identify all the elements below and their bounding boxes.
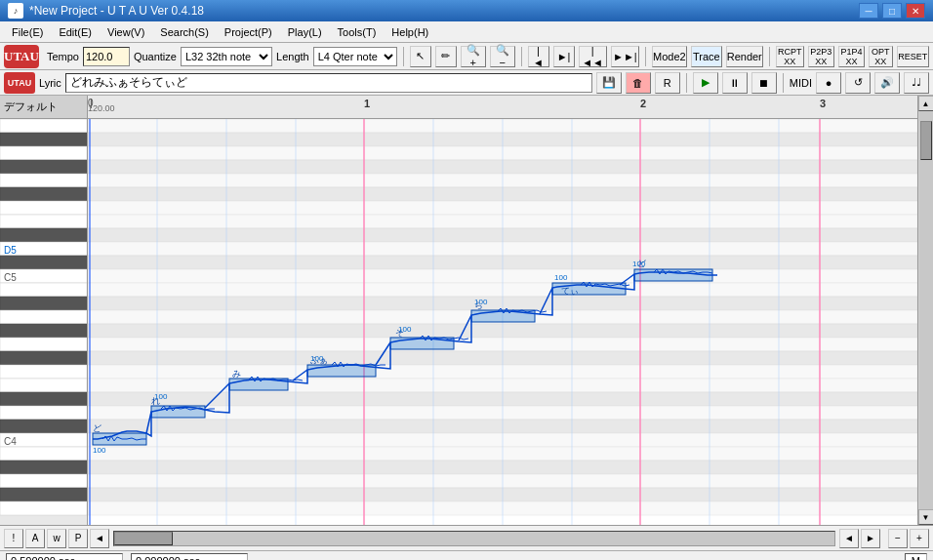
svg-rect-12: [0, 256, 87, 269]
svg-rect-18: [0, 324, 87, 338]
svg-rect-20: [0, 351, 87, 365]
close-button[interactable]: ✕: [906, 3, 925, 19]
grid-container: | 0 120.00 1 2 3: [88, 96, 917, 525]
svg-text:100: 100: [474, 298, 488, 306]
rcpt-button[interactable]: RCPTXX: [776, 46, 804, 67]
cursor-tool[interactable]: ↖: [410, 46, 431, 67]
utau-logo: UTAU: [4, 45, 39, 68]
status-bar: 0.500000 sec 0.000000 sec M: [0, 550, 933, 560]
midi-label: MIDI: [790, 77, 812, 89]
trace-button[interactable]: Trace: [691, 46, 722, 67]
maximize-button[interactable]: □: [882, 3, 902, 19]
svg-rect-3: [0, 146, 87, 160]
bottom-exclaim-button[interactable]: !: [4, 529, 23, 548]
menu-search[interactable]: Search(S): [152, 22, 217, 42]
beat3-label: 3: [820, 98, 826, 109]
prev-button[interactable]: |◄◄: [579, 46, 607, 67]
stop-button[interactable]: ⏹: [751, 72, 777, 94]
svg-text:み: み: [232, 369, 241, 379]
svg-text:100: 100: [93, 446, 106, 455]
menu-edit[interactable]: Edit(E): [51, 22, 100, 42]
svg-rect-28: [0, 447, 87, 460]
horizontal-scrollbar[interactable]: [113, 531, 835, 546]
zoom-out-tool[interactable]: 🔍−: [490, 46, 515, 67]
lyric-sep2: [783, 73, 784, 93]
midi-loop-button[interactable]: ↺: [845, 72, 871, 94]
svg-rect-8: [0, 215, 87, 228]
pause-button[interactable]: ⏸: [722, 72, 748, 94]
tempo-marker: 120.00: [88, 103, 115, 113]
forward-button[interactable]: ►|: [553, 46, 575, 67]
svg-rect-9: [0, 228, 87, 242]
mode2-button[interactable]: Mode2: [652, 46, 687, 67]
svg-text:100: 100: [154, 392, 168, 401]
hscroll-left-button[interactable]: ◄: [839, 529, 859, 548]
status-m: M: [905, 553, 927, 561]
menubar: File(E) Edit(E) View(V) Search(S) Projec…: [0, 21, 933, 43]
hscroll-thumb[interactable]: [114, 532, 173, 545]
svg-rect-15: [0, 283, 87, 297]
length-select[interactable]: L4 Qter note: [313, 47, 397, 66]
svg-text:ど: ど: [93, 423, 101, 433]
beat2-label: 2: [640, 98, 646, 109]
beat1-label: 1: [364, 98, 370, 109]
menu-tools[interactable]: Tools(T): [330, 22, 385, 42]
bottom-w-button[interactable]: w: [47, 529, 66, 548]
midi-speaker-button[interactable]: 🔊: [874, 72, 900, 94]
svg-text:D5: D5: [4, 245, 17, 256]
svg-rect-19: [0, 338, 87, 351]
bottom-p-button[interactable]: P: [68, 529, 88, 548]
midi-rec-button[interactable]: ●: [816, 72, 841, 94]
midi-tempo-button[interactable]: ♩♩: [904, 72, 929, 94]
scroll-track[interactable]: [919, 111, 933, 509]
menu-help[interactable]: Help(H): [384, 22, 436, 42]
titlebar-controls: ─ □ ✕: [859, 3, 925, 19]
bottom-a-button[interactable]: A: [25, 529, 45, 548]
reset-button[interactable]: RESET: [897, 46, 929, 67]
piano-keys: D5 C5: [0, 119, 87, 525]
scroll-down-button[interactable]: ▼: [918, 509, 934, 525]
pencil-tool[interactable]: ✏: [435, 46, 457, 67]
minimize-button[interactable]: ─: [859, 3, 878, 19]
menu-play[interactable]: Play(L): [280, 22, 330, 42]
svg-rect-2: [0, 133, 87, 146]
svg-rect-23: [0, 392, 87, 406]
zoom-in-tool[interactable]: 🔍+: [461, 46, 486, 67]
quantize-select[interactable]: L32 32th note: [181, 47, 272, 66]
svg-rect-21: [0, 365, 87, 379]
p1p4-button[interactable]: P1P4XX: [838, 46, 865, 67]
lyric-save-button[interactable]: 💾: [596, 72, 622, 94]
svg-text:100: 100: [554, 273, 568, 282]
svg-text:100: 100: [632, 260, 646, 268]
rewind-button[interactable]: |◄: [528, 46, 549, 67]
scroll-to-start-button[interactable]: ◄: [90, 529, 109, 548]
menu-view[interactable]: View(V): [100, 22, 152, 42]
next-button[interactable]: ►►|: [611, 46, 639, 67]
menu-project[interactable]: Project(P): [217, 22, 280, 42]
svg-rect-29: [0, 460, 87, 474]
app-icon: ♪: [8, 3, 23, 19]
lyricbar: UTAU Lyric 💾 🗑 R ▶ ⏸ ⏹ MIDI ● ↺ 🔊 ♩♩: [0, 70, 933, 96]
hscroll-right-button[interactable]: ►: [861, 529, 880, 548]
svg-text:100: 100: [398, 325, 412, 334]
svg-rect-25: [0, 420, 87, 433]
p2p3-button[interactable]: P2P3XX: [808, 46, 834, 67]
zoom-plus-button[interactable]: +: [910, 529, 929, 548]
play-button[interactable]: ▶: [693, 72, 718, 94]
toolbar: UTAU Tempo Quantize L32 32th note Length…: [0, 43, 933, 70]
main-area: デフォルト: [0, 96, 933, 525]
lyric-sep1: [686, 73, 687, 93]
scroll-thumb[interactable]: [920, 121, 932, 160]
menu-file[interactable]: File(E): [4, 22, 51, 42]
opt-button[interactable]: OPTXX: [869, 46, 892, 67]
scroll-up-button[interactable]: ▲: [918, 96, 934, 111]
lyric-r-button[interactable]: R: [655, 72, 680, 94]
grid-scroll[interactable]: ど 100 れ 100 み ふぁ 100 そ 100 ら: [88, 119, 917, 525]
zoom-minus-button[interactable]: −: [888, 529, 908, 548]
svg-rect-1: [0, 119, 87, 133]
render-button[interactable]: Render: [726, 46, 763, 67]
lyric-clear-button[interactable]: 🗑: [626, 72, 651, 94]
lyric-input[interactable]: [65, 73, 592, 93]
tempo-input[interactable]: [83, 47, 130, 66]
separator-3: [645, 47, 646, 66]
